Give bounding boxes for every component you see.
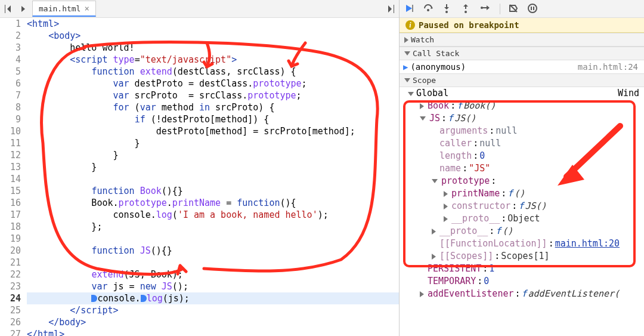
line-number[interactable]: 18 (0, 221, 21, 233)
line-number[interactable]: 17 (0, 209, 21, 221)
tab-more-icon[interactable] (385, 4, 395, 14)
line-number[interactable]: 27 (0, 328, 21, 336)
line-number[interactable]: 2 (0, 30, 21, 42)
line-number[interactable]: 4 (0, 54, 21, 66)
line-number[interactable]: 21 (0, 257, 21, 269)
info-icon: i (405, 20, 415, 30)
debugger-pane: i Paused on breakpoint Watch Call Stack … (400, 0, 644, 336)
line-number[interactable]: 26 (0, 316, 21, 328)
line-number[interactable]: 23 (0, 280, 21, 292)
line-number[interactable]: 12 (0, 149, 21, 161)
paused-label: Paused on breakpoint (419, 20, 519, 30)
chevron-down-icon (404, 78, 410, 82)
line-number[interactable]: 24 (0, 292, 21, 304)
code-line[interactable]: for (var method in srcProto) { (27, 101, 399, 113)
code-line[interactable]: console.log(js); (27, 292, 399, 304)
code-line[interactable]: }; (27, 221, 399, 233)
line-number[interactable]: 1 (0, 18, 21, 30)
code-lines[interactable]: <html> <body> hello world! <script type=… (27, 18, 399, 336)
code-line[interactable]: var srcProto = srcClass.prototype; (27, 90, 399, 101)
line-number-gutter[interactable]: 1234567891011121314151617181920212223242… (0, 18, 27, 336)
code-line[interactable]: } (27, 149, 399, 161)
tab-next-icon[interactable] (18, 4, 29, 14)
code-line[interactable] (27, 257, 399, 269)
red-arrow-icon (543, 120, 626, 192)
code-line[interactable]: var js = new JS(); (27, 280, 399, 292)
close-icon[interactable]: × (84, 4, 89, 13)
line-number[interactable]: 19 (0, 233, 21, 245)
code-line[interactable]: hello world! (27, 42, 399, 54)
line-number[interactable]: 3 (0, 42, 21, 54)
tab-filename: main.html (39, 4, 80, 13)
resume-icon[interactable] (404, 4, 415, 14)
code-line[interactable] (27, 233, 399, 245)
line-number[interactable]: 25 (0, 304, 21, 316)
code-line[interactable]: if (!destProto[method]) { (27, 113, 399, 125)
callstack-section-header[interactable]: Call Stack (400, 47, 644, 60)
deactivate-breakpoints-icon[interactable] (509, 4, 519, 14)
line-number[interactable]: 8 (0, 101, 21, 113)
code-line[interactable]: var destProto = destClass.prototype; (27, 78, 399, 90)
line-number[interactable]: 9 (0, 113, 21, 125)
callstack-frame[interactable]: ▶(anonymous)main.html:24 (400, 60, 644, 73)
svg-point-5 (528, 4, 537, 13)
svg-point-2 (445, 11, 448, 13)
svg-rect-0 (412, 5, 413, 12)
callstack-body: ▶(anonymous)main.html:24 (400, 60, 644, 73)
editor-tab[interactable]: main.html × (32, 1, 96, 17)
code-line[interactable]: Book.prototype.printName = function(){ (27, 197, 399, 209)
svg-point-3 (465, 11, 467, 13)
line-number[interactable]: 6 (0, 78, 21, 90)
paused-banner: i Paused on breakpoint (400, 18, 644, 33)
code-line[interactable]: console.log('I am a book, named hello'); (27, 209, 399, 221)
code-line[interactable]: function extend(destClass, srcClass) { (27, 66, 399, 78)
scope-section-header[interactable]: Scope (400, 73, 644, 87)
step-out-icon[interactable] (462, 4, 472, 14)
scope-global-row[interactable]: GlobalWind (400, 87, 644, 100)
line-number[interactable]: 11 (0, 137, 21, 149)
line-number[interactable]: 22 (0, 269, 21, 280)
code-line[interactable]: </html> (27, 328, 399, 336)
line-number[interactable]: 20 (0, 245, 21, 257)
tab-bar: main.html × (0, 0, 399, 18)
debug-toolbar (400, 0, 644, 18)
scope-body: GlobalWindBook: f Book()JS: f JS()argume… (400, 87, 644, 303)
watch-section-header[interactable]: Watch (400, 33, 644, 47)
scope-property-row[interactable]: addEventListener: f addEventListener( (400, 288, 644, 300)
code-line[interactable]: extend(JS, Book); (27, 269, 399, 280)
code-line[interactable]: destProto[method] = srcProto[method]; (27, 125, 399, 137)
code-line[interactable]: } (27, 137, 399, 149)
code-line[interactable]: </script> (27, 304, 399, 316)
svg-rect-6 (531, 7, 532, 10)
tab-prev-icon[interactable] (4, 4, 14, 14)
code-line[interactable]: <script type="text/javascript"> (27, 54, 399, 66)
line-number[interactable]: 13 (0, 161, 21, 173)
step-icon[interactable] (481, 4, 491, 14)
chevron-right-icon (404, 37, 408, 43)
line-number[interactable]: 5 (0, 66, 21, 78)
line-number[interactable]: 7 (0, 90, 21, 101)
step-over-icon[interactable] (423, 4, 434, 14)
code-area[interactable]: 1234567891011121314151617181920212223242… (0, 18, 399, 336)
line-number[interactable]: 10 (0, 125, 21, 137)
scope-property-row[interactable]: TEMPORARY: 0 (400, 275, 644, 288)
svg-point-4 (481, 7, 483, 9)
editor-pane: main.html × 1234567891011121314151617181… (0, 0, 400, 336)
code-line[interactable]: function JS(){} (27, 245, 399, 257)
code-line[interactable]: </body> (27, 316, 399, 328)
step-into-icon[interactable] (442, 4, 453, 14)
code-line[interactable] (27, 173, 399, 185)
pause-on-exceptions-icon[interactable] (528, 4, 538, 14)
svg-point-1 (427, 9, 429, 11)
chevron-down-icon (404, 51, 410, 56)
code-line[interactable]: function Book(){} (27, 185, 399, 197)
code-line[interactable]: <body> (27, 30, 399, 42)
line-number[interactable]: 15 (0, 185, 21, 197)
svg-rect-7 (533, 7, 534, 10)
line-number[interactable]: 16 (0, 197, 21, 209)
code-line[interactable]: <html> (27, 18, 399, 30)
line-number[interactable]: 14 (0, 173, 21, 185)
code-line[interactable]: } (27, 161, 399, 173)
